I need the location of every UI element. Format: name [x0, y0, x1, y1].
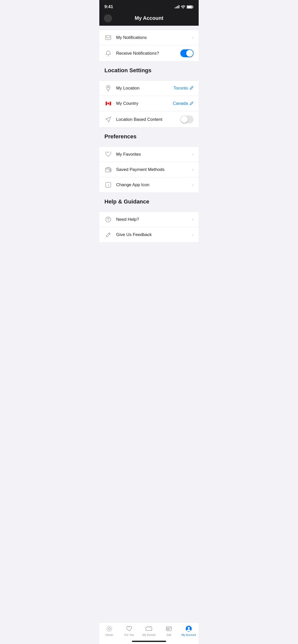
my-events-nav-label: My Events: [142, 633, 155, 636]
receive-notifications-item[interactable]: Receive Notifications?: [99, 45, 199, 61]
need-help-item[interactable]: Need Help? ›: [99, 212, 199, 227]
svg-point-16: [169, 629, 169, 630]
receive-notifications-toggle[interactable]: [180, 49, 194, 57]
help-guidance-section: Need Help? › Give Us Feedback ›: [99, 212, 199, 243]
page-title: My Account: [135, 15, 164, 21]
pencil-icon: [104, 232, 112, 238]
svg-point-12: [107, 626, 112, 631]
nav-home[interactable]: Home: [102, 625, 117, 636]
battery-icon: [187, 5, 194, 9]
my-location-right[interactable]: Toronto: [173, 86, 194, 91]
svg-text:t: t: [108, 183, 109, 187]
nav-my-account[interactable]: My Account: [181, 625, 196, 636]
payment-right: ›: [192, 167, 194, 172]
status-bar: 9:41: [99, 0, 199, 13]
toggle-thumb: [186, 50, 193, 57]
location-settings-header: Location Settings: [99, 62, 199, 76]
chevron-right-icon-2: ›: [192, 152, 194, 157]
app-icon-icon: t: [104, 182, 112, 188]
help-right: ›: [192, 217, 194, 222]
my-notifications-right: ›: [192, 35, 194, 40]
for-you-nav-icon: [126, 625, 133, 632]
svg-rect-7: [109, 170, 111, 171]
nav-for-you[interactable]: For You: [121, 625, 137, 636]
content-area: My Notifications › Receive Notifications…: [99, 30, 199, 266]
favorites-right: ›: [192, 152, 194, 157]
change-app-icon-item[interactable]: t Change App Icon ›: [99, 177, 199, 193]
location-pin-icon: [104, 85, 112, 91]
my-location-item[interactable]: My Location Toronto: [99, 81, 199, 96]
my-notifications-label: My Notifications: [116, 35, 192, 40]
home-indicator: [132, 641, 166, 642]
bell-icon: [104, 51, 112, 56]
my-notifications-item[interactable]: My Notifications ›: [99, 30, 199, 45]
chevron-right-icon-3: ›: [192, 167, 194, 172]
home-nav-label: Home: [105, 633, 113, 636]
nav-my-events[interactable]: My Events: [141, 625, 157, 636]
envelope-icon: [104, 35, 112, 40]
change-app-icon-label: Change App Icon: [116, 182, 192, 187]
svg-point-13: [108, 628, 110, 630]
notifications-section: My Notifications › Receive Notifications…: [99, 30, 199, 62]
heart-icon: [104, 152, 112, 157]
svg-rect-5: [190, 89, 193, 90]
navigation-icon: [104, 117, 112, 122]
receive-notifications-toggle-container[interactable]: [180, 49, 194, 57]
svg-point-15: [167, 629, 168, 630]
status-time: 9:41: [104, 4, 113, 9]
location-content-toggle-container[interactable]: [180, 115, 194, 123]
location-based-content-label: Location Based Content: [116, 117, 180, 122]
sell-nav-icon: [165, 625, 172, 632]
need-help-label: Need Help?: [116, 217, 192, 222]
wifi-icon: [181, 5, 185, 9]
toggle-thumb-2: [181, 116, 188, 123]
my-favorites-label: My Favorites: [116, 152, 192, 157]
svg-point-10: [106, 217, 111, 222]
signal-icon: [175, 5, 179, 8]
receive-notifications-label: Receive Notifications?: [116, 51, 180, 56]
chevron-right-icon-5: ›: [192, 217, 194, 222]
preferences-section: My Favorites › Saved Payment Methods ›: [99, 147, 199, 193]
svg-rect-1: [193, 6, 194, 8]
my-country-item[interactable]: 🇨🇦 My Country Canada: [99, 96, 199, 111]
country-edit-icon: [189, 101, 194, 106]
location-based-content-toggle[interactable]: [180, 115, 194, 123]
for-you-nav-label: For You: [124, 633, 134, 636]
wallet-icon: [104, 167, 112, 172]
home-nav-icon: [106, 625, 113, 632]
my-location-value: Toronto: [173, 86, 188, 91]
location-edit-icon: [189, 86, 194, 91]
canada-flag-icon: 🇨🇦: [104, 100, 112, 107]
nav-sell[interactable]: Sell: [161, 625, 177, 636]
saved-payment-label: Saved Payment Methods: [116, 167, 192, 172]
saved-payment-item[interactable]: Saved Payment Methods ›: [99, 162, 199, 177]
location-settings-section: My Location Toronto 🇨🇦 My Country Canada: [99, 80, 199, 128]
sell-nav-label: Sell: [167, 633, 171, 636]
my-favorites-item[interactable]: My Favorites ›: [99, 147, 199, 162]
my-location-label: My Location: [116, 86, 173, 91]
feedback-right: ›: [192, 232, 194, 238]
my-country-label: My Country: [116, 101, 173, 106]
help-icon: [104, 217, 112, 222]
page-header: My Account: [99, 13, 199, 26]
help-guidance-header: Help & Guidance: [99, 193, 199, 208]
my-account-nav-icon: [185, 625, 192, 632]
my-events-nav-icon: [145, 625, 153, 632]
svg-point-11: [108, 221, 109, 221]
app-icon-right: ›: [192, 182, 194, 188]
chevron-right-icon-4: ›: [192, 182, 194, 188]
svg-point-4: [108, 86, 109, 88]
my-country-right[interactable]: Canada: [173, 101, 194, 106]
my-account-nav-label: My Account: [182, 633, 196, 636]
chevron-right-icon-6: ›: [192, 232, 194, 238]
my-country-value: Canada: [173, 101, 188, 106]
give-feedback-item[interactable]: Give Us Feedback ›: [99, 227, 199, 242]
status-icons: [175, 5, 194, 9]
svg-rect-2: [187, 6, 192, 8]
give-feedback-label: Give Us Feedback: [116, 232, 192, 237]
location-based-content-item[interactable]: Location Based Content: [99, 111, 199, 127]
svg-point-18: [188, 627, 190, 629]
back-button[interactable]: [104, 14, 112, 22]
preferences-header: Preferences: [99, 128, 199, 142]
svg-rect-3: [106, 36, 111, 40]
